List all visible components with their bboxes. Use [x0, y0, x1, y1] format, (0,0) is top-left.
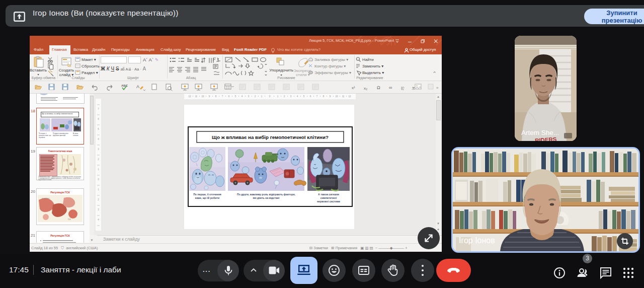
svg-text:По други, важливу роль відігра: По други, важливу роль відіграють фактор… — [237, 193, 296, 196]
svg-text:каже, що їй робити: каже, що їй робити — [195, 196, 219, 199]
svg-text:1: 1 — [98, 188, 99, 191]
svg-text:11: 11 — [195, 95, 198, 98]
svg-text:А також сигнали: А також сигнали — [318, 193, 339, 196]
svg-text:7: 7 — [222, 95, 223, 98]
svg-text:4: 4 — [98, 219, 99, 221]
svg-text:10: 10 — [335, 95, 338, 98]
svg-text:6: 6 — [228, 95, 230, 98]
svg-text:4: 4 — [242, 95, 243, 98]
svg-text:Ω: Ω — [377, 85, 380, 90]
svg-text:1: 1 — [261, 95, 263, 98]
svg-text:4: 4 — [297, 95, 298, 98]
svg-text:3: 3 — [98, 208, 99, 211]
svg-text:π: π — [412, 85, 415, 91]
svg-text:6: 6 — [310, 95, 311, 98]
svg-text:Що ж впливає на вибір гемопоет: Що ж впливає на вибір гемопоетичної кліт… — [212, 134, 329, 140]
svg-text:11: 11 — [342, 95, 345, 98]
svg-text:0: 0 — [98, 178, 99, 181]
svg-text:6: 6 — [98, 118, 99, 120]
svg-text:2: 2 — [255, 95, 256, 98]
svg-text:2: 2 — [98, 158, 99, 161]
svg-text:12: 12 — [188, 95, 191, 98]
svg-text:0: 0 — [269, 95, 271, 98]
svg-text:9: 9 — [330, 95, 331, 98]
svg-text:2: 2 — [98, 198, 99, 201]
svg-text:1: 1 — [98, 168, 99, 171]
svg-text:які діють на відстані: які діють на відстані — [253, 196, 280, 199]
svg-text:8: 8 — [323, 95, 325, 98]
svg-text:1: 1 — [277, 95, 279, 98]
svg-text:ГСК: ГСК — [68, 219, 71, 221]
svg-text:По перше, її оточення: По перше, її оточення — [193, 193, 221, 196]
svg-text:A: A — [136, 84, 139, 89]
svg-text:3: 3 — [248, 95, 250, 98]
svg-text:x₂: x₂ — [364, 86, 367, 91]
svg-text:остеобласт: остеобласт — [42, 197, 50, 199]
svg-text:5: 5 — [303, 95, 305, 98]
svg-text:3: 3 — [98, 148, 99, 151]
svg-text:9: 9 — [209, 95, 210, 98]
svg-text:5: 5 — [98, 128, 99, 130]
svg-text:»: » — [436, 86, 439, 90]
svg-text:7: 7 — [98, 108, 99, 110]
svg-text:12: 12 — [348, 95, 351, 98]
svg-text:8: 8 — [215, 95, 217, 98]
svg-text:7: 7 — [316, 95, 318, 98]
svg-text:10: 10 — [201, 95, 204, 98]
svg-text:4: 4 — [98, 138, 99, 140]
svg-text:2: 2 — [284, 95, 285, 98]
svg-text:x¹: x¹ — [352, 86, 355, 90]
svg-text:нервової системи: нервової системи — [317, 200, 340, 203]
svg-text:∞: ∞ — [389, 85, 392, 90]
svg-text:3: 3 — [290, 95, 292, 98]
svg-text:симпатичної: симпатичної — [320, 196, 337, 199]
svg-text:ABC: ABC — [121, 84, 128, 87]
svg-text:((·: ((· — [401, 86, 405, 90]
svg-text:5: 5 — [235, 95, 236, 98]
